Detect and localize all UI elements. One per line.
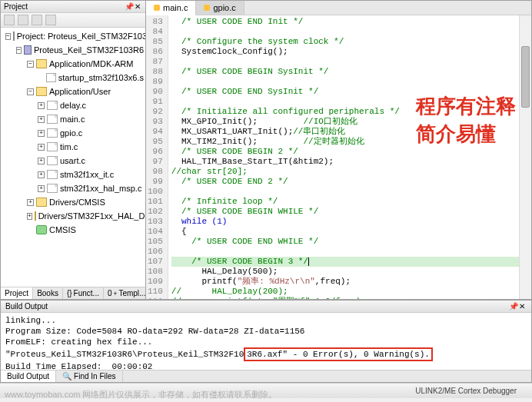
project-tree[interactable]: −Project: Proteus_Keil_STM32F103R6 −Prot… [1,28,145,287]
folder-icon [35,211,36,221]
sidebar-title: Project [4,2,28,11]
file-icon [204,5,210,11]
target-icon [24,45,32,55]
tree-file[interactable]: +delay.c [2,98,144,112]
folder-icon [36,59,47,68]
tree-cmsis[interactable]: CMSIS [2,223,144,237]
toolbar-btn[interactable] [4,15,15,25]
file-icon [47,101,58,110]
pin-icon[interactable]: 📌 [125,2,132,10]
sidebar-header: Project 📌 ✕ [1,1,145,13]
tree-group[interactable]: +Drivers/STM32F1xx_HAL_Driver [2,209,144,223]
editor-tab-gpio[interactable]: gpio.c [196,1,244,15]
line-gutter: 8384858687888990919293949596979899100101… [146,15,168,299]
file-icon [47,156,58,165]
tab-find-in-files[interactable]: 🔍 Find In Files [56,370,122,382]
tree-file[interactable]: +stm32f1xx_hal_msp.c [2,181,144,195]
build-output-text[interactable]: linking... Program Size: Code=5084 RO-da… [1,313,531,370]
tree-group[interactable]: −Application/MDK-ARM [2,57,144,71]
tree-target[interactable]: −Proteus_Keil_STM32F103R6 [2,43,144,57]
file-icon [47,128,58,138]
toolbar-btn[interactable] [45,15,56,25]
debugger-status: ULINK2/ME Cortex Debugger [415,387,517,395]
tab-functions[interactable]: {} Funct... [63,287,104,299]
tree-group[interactable]: +Drivers/CMSIS [2,195,144,209]
tree-file[interactable]: +stm32f1xx_it.c [2,168,144,181]
pin-icon[interactable]: 📌 [509,302,517,310]
tree-file[interactable]: +tim.c [2,140,144,154]
close-icon[interactable]: ✕ [135,2,142,10]
editor-tabs: main.c gpio.c [146,1,531,15]
tree-file[interactable]: +main.c [2,112,144,126]
file-icon [47,115,58,124]
code-content[interactable]: /* USER CODE END Init */ /* Configure th… [168,15,531,299]
editor-tab-main[interactable]: main.c [146,1,196,15]
vertical-scrollbar[interactable] [519,15,531,299]
tree-group[interactable]: −Application/User [2,85,144,98]
build-tabs: Build Output 🔍 Find In Files [1,370,531,382]
tree-file[interactable]: startup_stm32f103x6.s [2,71,144,85]
project-icon [13,32,15,41]
folder-icon [36,198,47,207]
file-icon [46,73,56,82]
sidebar-tabs: Project Books {} Funct... 0+ Templ... [1,287,145,299]
scrollbar-thumb[interactable] [521,46,530,108]
sidebar-toolbar [1,13,145,28]
file-icon [47,184,58,193]
project-sidebar: Project 📌 ✕ −Project: Proteus_Keil_STM32… [0,0,146,300]
toolbar-btn[interactable] [18,15,28,25]
tab-books[interactable]: Books [33,287,63,299]
tree-file[interactable]: +gpio.c [2,126,144,140]
build-output-panel: Build Output 📌 ✕ linking... Program Size… [0,300,532,383]
tree-file[interactable]: +usart.c [2,154,144,168]
file-icon [47,170,58,179]
tab-build-output[interactable]: Build Output [1,370,56,382]
tab-templates[interactable]: 0+ Templ... [104,287,150,299]
build-header: Build Output 📌 ✕ [1,301,531,313]
file-icon [47,142,58,151]
file-icon [154,5,160,11]
cmsis-icon [36,225,47,234]
tree-root[interactable]: −Project: Proteus_Keil_STM32F103R6 [2,29,144,43]
toolbar-btn[interactable] [32,15,42,25]
tab-project[interactable]: Project [1,287,33,299]
folder-icon [36,87,47,96]
watermark: www.toymoban.com 网络图片仅供展示，非存储，如有侵权请联系删除。 [5,389,277,400]
close-icon[interactable]: ✕ [519,302,527,310]
editor-area: main.c gpio.c 83848586878889909192939495… [146,0,532,300]
code-editor[interactable]: 8384858687888990919293949596979899100101… [146,15,531,299]
